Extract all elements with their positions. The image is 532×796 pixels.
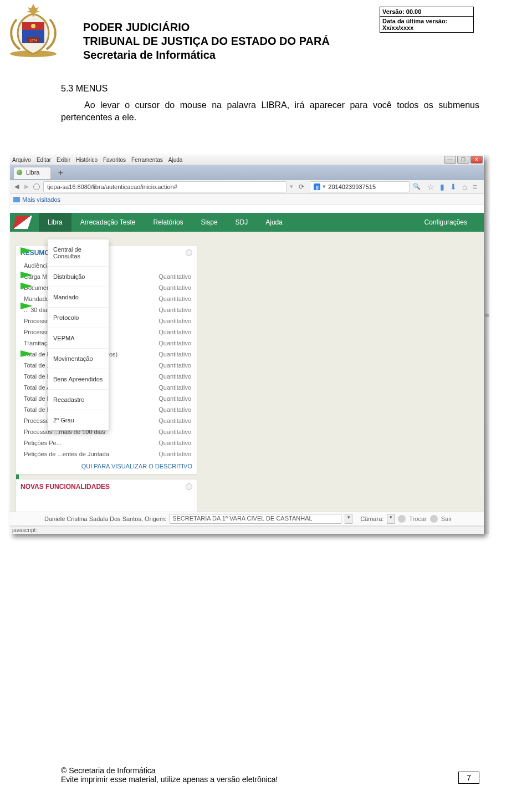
nav-item-libra[interactable]: Libra (39, 213, 71, 232)
resumo-row-quantitativo: Quantitativo (158, 440, 191, 446)
resumo-row[interactable]: Petições Pe...Quantitativo (16, 437, 197, 448)
browser-tab-title: Libra (26, 169, 39, 176)
bookmarks-label[interactable]: Mais visitados (22, 196, 60, 203)
resumo-row[interactable]: Petições de ...entes de JuntadaQuantitat… (16, 448, 197, 460)
submenu-item[interactable]: Central de Consultas (48, 239, 109, 267)
section-paragraph-text: Ao levar o cursor do mouse na palavra LI… (61, 100, 479, 122)
new-tab-button[interactable]: + (53, 167, 68, 179)
resumo-row-quantitativo: Quantitativo (158, 395, 191, 402)
collapse-icon[interactable] (186, 483, 192, 490)
sair-label: Sair (441, 516, 452, 522)
origem-dropdown-button[interactable]: ▾ (345, 514, 352, 524)
version-date-label: Data da última versão: (382, 18, 447, 24)
nav-item-relatorios[interactable]: Relatórios (145, 213, 192, 232)
resumo-row-quantitativo: Quantitativo (158, 273, 191, 280)
window-close-button[interactable]: ✕ (470, 156, 483, 164)
origem-field[interactable]: SECRETARIA DA 1ª VARA CIVEL DE CASTANHAL (170, 514, 341, 524)
submenu-item[interactable]: Bens Apreendidos (48, 369, 109, 390)
nav-item-configuracoes[interactable]: Configurações (416, 213, 476, 232)
url-field[interactable]: tjepa-sa16:8080/libra/autenticacao/inici… (43, 181, 287, 192)
browser-tab-libra[interactable]: Libra (13, 167, 51, 179)
version-box: Versão: 00.00 Data da última versão: Xx/… (380, 7, 474, 33)
hamburger-menu-icon[interactable]: ≡ (473, 182, 477, 191)
novas-title: NOVAS FUNCIONALIDADES (21, 483, 110, 491)
trocar-link[interactable]: Trocar (409, 516, 426, 522)
submenu-item[interactable]: Distribuição (48, 267, 109, 287)
window-maximize-button[interactable]: ☐ (457, 156, 469, 164)
refresh-icon[interactable] (398, 515, 406, 523)
arrow-icon (21, 247, 33, 254)
search-box[interactable]: g ▾ 20140239937515 (310, 181, 410, 192)
resumo-row-quantitativo: Quantitativo (158, 373, 191, 380)
origem-label: Origem: (145, 516, 166, 522)
arrow-icon (21, 272, 33, 278)
menu-ferramentas[interactable]: Ferramentas (131, 157, 163, 163)
app-footer-bar: Daniele Cristina Sadala Dos Santos, Orig… (10, 512, 484, 526)
submenu-item[interactable]: Protocolo (48, 308, 109, 328)
version-label: Versão: 00.00 (380, 7, 473, 17)
arrow-icon (21, 350, 33, 357)
menu-arquivo[interactable]: Arquivo (12, 157, 31, 163)
resumo-row-quantitativo: Quantitativo (158, 384, 191, 391)
libra-submenu: Central de ConsultasDistribuiçãoMandadoP… (48, 239, 109, 430)
collapse-icon[interactable] (186, 249, 192, 256)
url-text: tjepa-sa16:8080/libra/autenticacao/inici… (47, 183, 177, 190)
browser-menu-bar: Arquivo Editar Exibir Histórico Favorito… (10, 155, 484, 165)
nav-forward-button[interactable]: ▶ (23, 183, 30, 190)
nav-item-arrecadacao[interactable]: Arrecadação Teste (71, 213, 145, 232)
menu-historico[interactable]: Histórico (76, 157, 98, 163)
globe-icon (33, 183, 40, 190)
submenu-item[interactable]: Movimentação (48, 349, 109, 369)
user-name: Daniele Cristina Sadala Dos Santos, (44, 516, 143, 522)
menu-exibir[interactable]: Exibir (57, 157, 70, 163)
search-icon[interactable]: 🔍 (413, 183, 421, 190)
resumo-row-quantitativo: Quantitativo (158, 307, 191, 313)
submenu-item[interactable]: Mandado (48, 287, 109, 308)
menu-editar[interactable]: Editar (37, 157, 51, 163)
resumo-row-quantitativo: Quantitativo (158, 340, 191, 346)
svg-text:1874: 1874 (29, 39, 37, 42)
nav-back-button[interactable]: ◀ (13, 183, 20, 190)
version-date-value: Xx/xx/xxxx (382, 24, 413, 31)
exit-icon[interactable] (430, 515, 438, 523)
embedded-screenshot: Arquivo Editar Exibir Histórico Favorito… (10, 155, 484, 534)
nav-item-ajuda[interactable]: Ajuda (257, 213, 291, 232)
url-bar: ◀ ▶ tjepa-sa16:8080/libra/autenticacao/i… (10, 180, 484, 194)
page-number: 7 (458, 772, 479, 784)
bookmark-star-icon[interactable]: ☆ (427, 182, 434, 191)
org-line-3: Secretaria de Informática (83, 49, 474, 62)
resumo-row-label: Audiência (24, 262, 50, 269)
section-paragraph: Ao levar o cursor do mouse na palavra LI… (61, 99, 479, 123)
refresh-icon[interactable]: ⟳ (296, 183, 306, 191)
org-line-2: TRIBUNAL DE JUSTIÇA DO ESTADO DO PARÁ (83, 35, 474, 48)
submenu-item[interactable]: VEPMA (48, 328, 109, 349)
browser-status-bar: javascript:; (10, 526, 484, 534)
coat-of-arms-icon: 1874 (6, 3, 61, 58)
resumo-row-quantitativo: Quantitativo (158, 362, 191, 369)
trocar-label: Trocar (409, 516, 426, 522)
home-icon[interactable]: ⌂ (462, 182, 467, 191)
menu-favoritos[interactable]: Favoritos (103, 157, 126, 163)
downloads-icon[interactable]: ⬇ (450, 182, 457, 191)
camara-dropdown-button[interactable]: ▾ (387, 514, 395, 524)
sair-link[interactable]: Sair (441, 516, 452, 522)
document-footer: © Secretaria de Informática Evite imprim… (61, 766, 499, 784)
submenu-item[interactable]: 2º Grau (48, 410, 109, 430)
window-minimize-button[interactable]: — (444, 156, 456, 164)
footer-line-1: © Secretaria de Informática (61, 766, 499, 775)
resumo-row-quantitativo: Quantitativo (158, 295, 191, 302)
bookmarks-folder-icon (13, 197, 20, 202)
submenu-item[interactable]: Recadastro (48, 390, 109, 410)
app-logo-icon (12, 216, 32, 229)
resumo-row-quantitativo: Quantitativo (158, 329, 191, 335)
footer-line-2: Evite imprimir esse material, utilize ap… (61, 775, 499, 784)
status-text: javascript:; (12, 527, 39, 533)
nav-item-sispe[interactable]: Sispe (192, 213, 227, 232)
resumo-row-quantitativo: Quantitativo (158, 428, 191, 435)
menu-ajuda[interactable]: Ajuda (168, 157, 183, 163)
descritivo-link[interactable]: QUI PARA VISUALIZAR O DESCRITIVO (16, 460, 197, 474)
nav-item-sdj[interactable]: SDJ (227, 213, 257, 232)
resumo-row-quantitativo: Quantitativo (158, 417, 191, 424)
reading-list-icon[interactable]: ▮ (440, 182, 444, 191)
resumo-row-label: Petições de ...entes de Juntada (24, 451, 109, 457)
